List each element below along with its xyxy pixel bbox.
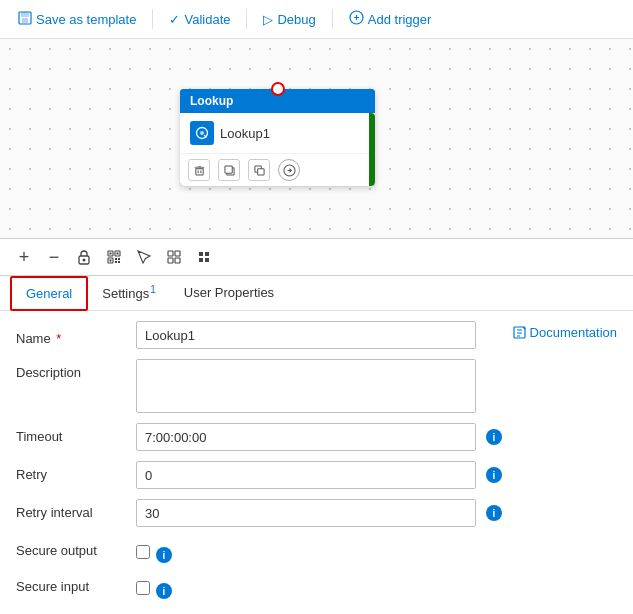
- secure-output-label: Secure output: [16, 537, 126, 558]
- properties-panel: General Settings1 User Properties Name *…: [0, 276, 633, 614]
- timeout-label: Timeout: [16, 423, 126, 444]
- add-trigger-icon: [349, 10, 364, 28]
- timeout-row: Timeout i: [16, 423, 617, 451]
- svg-rect-19: [117, 253, 119, 255]
- save-template-button[interactable]: Save as template: [10, 7, 144, 32]
- sep2: [246, 9, 247, 29]
- secure-input-row: Secure input i: [16, 573, 617, 599]
- svg-rect-30: [205, 252, 209, 256]
- properties-tabs: General Settings1 User Properties: [0, 276, 633, 311]
- retry-interval-label: Retry interval: [16, 499, 126, 520]
- retry-label: Retry: [16, 461, 126, 482]
- name-label: Name *: [16, 325, 126, 346]
- tab-settings[interactable]: Settings1: [88, 276, 170, 311]
- retry-interval-info-icon[interactable]: i: [486, 505, 502, 521]
- description-label: Description: [16, 359, 126, 380]
- select-button[interactable]: [130, 243, 158, 271]
- qr-button[interactable]: [100, 243, 128, 271]
- debug-button[interactable]: ▷ Debug: [255, 8, 323, 31]
- save-template-label: Save as template: [36, 12, 136, 27]
- svg-rect-27: [168, 258, 173, 263]
- add-trigger-button[interactable]: Add trigger: [341, 6, 440, 32]
- lookup-node[interactable]: Lookup Lookup1: [180, 89, 375, 186]
- secure-output-row: Secure output i: [16, 537, 617, 563]
- svg-rect-25: [168, 251, 173, 256]
- add-trigger-label: Add trigger: [368, 12, 432, 27]
- svg-rect-7: [197, 165, 201, 166]
- svg-rect-20: [110, 260, 112, 262]
- svg-rect-9: [224, 165, 231, 172]
- description-input[interactable]: [136, 359, 476, 413]
- node-actions: [180, 153, 375, 186]
- validate-label: Validate: [184, 12, 230, 27]
- timeout-info-icon[interactable]: i: [486, 429, 502, 445]
- node-type-icon: [190, 121, 214, 145]
- node-body: Lookup1: [180, 113, 375, 153]
- debug-icon: ▷: [263, 12, 273, 27]
- secure-output-checkbox-area: i: [136, 537, 172, 563]
- name-row: Name * Documentation: [16, 321, 617, 349]
- debug-label: Debug: [277, 12, 315, 27]
- secure-input-info-icon[interactable]: i: [156, 583, 172, 599]
- svg-rect-28: [175, 258, 180, 263]
- secure-output-info-icon[interactable]: i: [156, 547, 172, 563]
- node-card: Lookup Lookup1: [180, 89, 375, 186]
- svg-point-14: [83, 259, 86, 262]
- zoom-out-button[interactable]: −: [40, 243, 68, 271]
- secure-output-checkbox[interactable]: [136, 545, 150, 559]
- sep1: [152, 9, 153, 29]
- sep3: [332, 9, 333, 29]
- node-body-wrapper: Lookup1: [180, 113, 375, 186]
- svg-rect-32: [205, 258, 209, 262]
- timeout-input[interactable]: [136, 423, 476, 451]
- canvas-toolbar: + −: [0, 239, 633, 276]
- svg-rect-2: [22, 18, 28, 23]
- node-top-connector: [271, 82, 285, 96]
- grid-button[interactable]: [190, 243, 218, 271]
- svg-rect-26: [175, 251, 180, 256]
- node-connect-button[interactable]: [278, 159, 300, 181]
- svg-rect-31: [199, 258, 203, 262]
- documentation-link[interactable]: Documentation: [513, 321, 617, 340]
- svg-rect-22: [118, 258, 120, 260]
- node-delete-button[interactable]: [188, 159, 210, 181]
- node-copy-button[interactable]: [218, 159, 240, 181]
- tab-user-properties[interactable]: User Properties: [170, 276, 288, 311]
- retry-interval-row: Retry interval i: [16, 499, 617, 527]
- canvas-area: Lookup Lookup1: [0, 39, 633, 239]
- name-required: *: [53, 331, 62, 346]
- retry-info-icon[interactable]: i: [486, 467, 502, 483]
- retry-interval-input[interactable]: [136, 499, 476, 527]
- svg-rect-1: [21, 12, 29, 17]
- svg-rect-5: [195, 168, 202, 174]
- settings-badge: 1: [150, 284, 156, 295]
- lock-button[interactable]: [70, 243, 98, 271]
- description-row: Description: [16, 359, 617, 413]
- svg-rect-18: [110, 253, 112, 255]
- properties-form: Name * Documentation Description Timeout: [0, 311, 633, 614]
- save-template-icon: [18, 11, 32, 28]
- tab-general[interactable]: General: [10, 276, 88, 311]
- secure-input-checkbox-area: i: [136, 573, 172, 599]
- svg-rect-29: [199, 252, 203, 256]
- retry-row: Retry i: [16, 461, 617, 489]
- validate-icon: ✓: [169, 12, 180, 27]
- name-input[interactable]: [136, 321, 476, 349]
- secure-input-label: Secure input: [16, 573, 126, 594]
- node-status-bar: [369, 113, 375, 186]
- fit-button[interactable]: [160, 243, 188, 271]
- node-name-label: Lookup1: [220, 126, 365, 141]
- zoom-in-button[interactable]: +: [10, 243, 38, 271]
- svg-rect-24: [118, 261, 120, 263]
- svg-rect-21: [115, 258, 117, 260]
- svg-rect-11: [257, 168, 263, 174]
- retry-input[interactable]: [136, 461, 476, 489]
- main-toolbar: Save as template ✓ Validate ▷ Debug Add …: [0, 0, 633, 39]
- validate-button[interactable]: ✓ Validate: [161, 8, 238, 31]
- node-clone-button[interactable]: [248, 159, 270, 181]
- secure-input-checkbox[interactable]: [136, 581, 150, 595]
- svg-rect-23: [115, 261, 117, 263]
